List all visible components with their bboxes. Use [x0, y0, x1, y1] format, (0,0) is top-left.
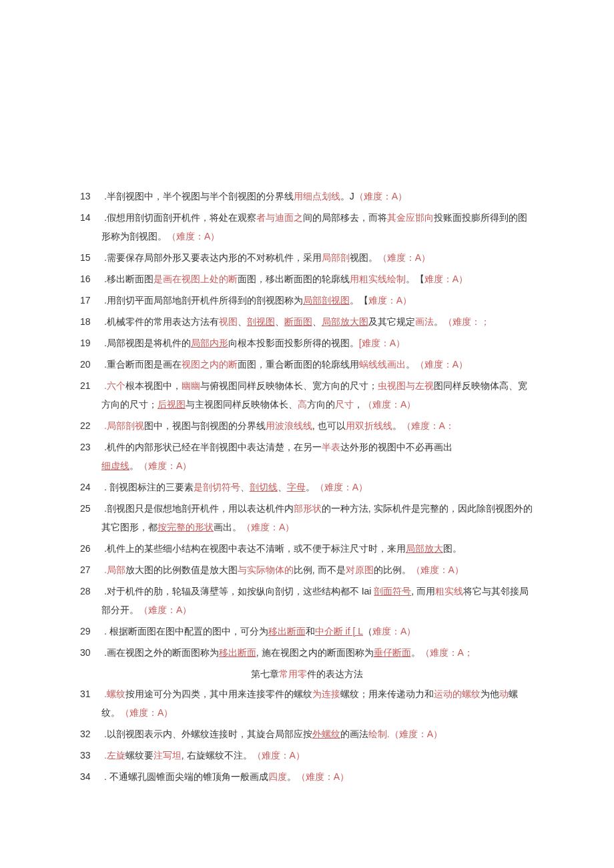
- text-segment: 面图，重: [238, 359, 275, 370]
- text-segment: 为连接: [312, 689, 340, 699]
- text-segment: 是剖切符号: [194, 482, 240, 492]
- question-item: 27 .局部放大图的比例数值是放大图与实际物体的比例, 而不是对原图的比例。（难…: [80, 560, 534, 579]
- question-item: 24 . 剖视图标注的三要素是剖切符号、剖切线、字母。（难度：A）: [80, 478, 534, 496]
- text-segment: 细虚线: [101, 460, 129, 471]
- text-segment: 为他: [481, 689, 499, 699]
- text-segment: 局部放大: [406, 543, 443, 554]
- document-page: 13 .半剖视图中，半个视图与半个剖视图的分界线用细点划线。J（难度：A）14 …: [0, 0, 614, 868]
- item-number: 29: [80, 622, 96, 640]
- text-segment: 虫视图与左视: [378, 380, 434, 391]
- text-segment: 蜗线线画出: [359, 359, 406, 370]
- text-segment: 尺寸: [335, 399, 354, 410]
- text-segment: ，: [354, 399, 363, 410]
- text-segment: .局部: [101, 564, 125, 575]
- question-item: 32 .以剖视图表示内、外螺纹连接时，其旋合局部应按外螺纹的画法绘制.（难度：A…: [80, 725, 534, 743]
- question-item: 13 .半剖视图中，半个视图与半个剖视图的分界线用细点划线。J（难度：A）: [80, 187, 534, 205]
- text-segment: 比例, 而不是: [294, 564, 346, 575]
- text-segment: 、: [275, 316, 284, 327]
- question-item: 16 .移出断面图是画在视图上处的断面图，移出断面图的轮廓线用粗实线绘制。【难度…: [80, 270, 534, 288]
- text-segment: （难度：A）: [411, 564, 464, 575]
- text-segment: , 而用: [411, 586, 435, 596]
- item-number: 26: [80, 539, 96, 558]
- text-segment: 剖视图: [247, 316, 275, 327]
- text-segment: 、: [312, 316, 322, 327]
- item-number: 13: [80, 187, 96, 205]
- text-segment: （难度：A）: [120, 707, 173, 718]
- text-segment: 件的表达方法: [307, 669, 363, 679]
- item-number: 14: [80, 208, 96, 227]
- text-segment: 向根本投影面投影所得的视图。: [228, 338, 359, 348]
- text-segment: 粗实线: [435, 586, 463, 596]
- item-number: 15: [80, 248, 96, 267]
- text-segment: 图。: [443, 543, 462, 554]
- text-segment: .局部剖视: [101, 420, 144, 431]
- text-segment: 。: [434, 316, 443, 327]
- text-segment: .局部视图是将机件的: [101, 338, 191, 348]
- text-segment: 移出断面: [268, 626, 306, 636]
- text-segment: .机件上的某些细小结构在视图中表达不清晰，或不便于标注尺寸时，来用: [101, 543, 406, 554]
- text-segment: 。: [306, 482, 315, 492]
- text-segment: 外螺纹: [312, 729, 340, 739]
- text-segment: 。【: [350, 295, 368, 306]
- text-segment: （难度：A）: [296, 771, 349, 782]
- question-item: 28 .对于机件的肋，轮辐及薄壁等，如按纵向剖切，这些结构都不 Iai 剖面符号…: [80, 582, 534, 619]
- question-item: 29 . 根据断面图在图中配置的图中，可分为移出断面和中介断 if [ L（难度…: [80, 622, 534, 640]
- item-number: 16: [80, 270, 96, 288]
- text-segment: 剖面符号: [374, 586, 411, 596]
- text-segment: （难度：A）: [363, 399, 416, 410]
- question-item: 15 .需要保存局部外形又要表达内形的不对称机件，采用局部剖视图。（难度：A）: [80, 248, 534, 267]
- text-segment: 视图之内的断: [182, 359, 238, 370]
- question-item: 17 .用剖切平面局部地剖开机件所得到的剖视图称为局部剖视图。【难度：A）: [80, 291, 534, 310]
- chapter-heading: 第七章常用零件的表达方法: [80, 665, 534, 683]
- text-segment: .对于机件的肋，轮辐及薄壁等，如按纵向剖切，这些结构都不 Iai: [101, 586, 374, 596]
- text-segment: 字母: [287, 482, 306, 492]
- text-segment: 与俯视图同样反映物体长、宽方向的尺寸；: [200, 380, 378, 391]
- text-segment: 剖切线: [250, 482, 278, 492]
- text-segment: 半表: [322, 442, 340, 452]
- text-segment: 。: [406, 359, 415, 370]
- text-segment: .剖视图只是假想地剖开机件，用以表达机件内: [101, 503, 294, 514]
- text-segment: （难度：A）: [354, 191, 407, 201]
- text-segment: .假想用剖切面剖开机件，将处在观察: [101, 212, 256, 223]
- question-item: 20 .重合断而图是画在视图之内的断面图，重合断面图的轮廓线用蜗线线画出。（难度…: [80, 355, 534, 374]
- text-segment: 者与迪面之: [256, 212, 303, 223]
- text-segment: （难度：；: [443, 316, 490, 327]
- text-segment: 、: [240, 482, 250, 492]
- text-segment: 运动的螺纹: [434, 689, 481, 699]
- text-segment: 面图，移出断面图的轮廓线: [238, 274, 350, 284]
- text-segment: 。【: [406, 274, 424, 284]
- question-item: 34 . 不通螺孔圆锥面尖端的锥顶角一般画成四度。（难度：A）: [80, 767, 534, 786]
- question-item: 25 .剖视图只是假想地剖开机件，用以表达机件内部形状的一种方法, 实际机件是完…: [80, 499, 534, 536]
- text-segment: 用双折线线: [346, 420, 392, 431]
- item-number: 27: [80, 560, 96, 579]
- text-segment: 断面图: [284, 316, 312, 327]
- text-segment: 四度: [268, 771, 287, 782]
- text-segment: 局部放大图: [322, 316, 368, 327]
- text-segment: 动: [499, 689, 509, 699]
- question-item: 22 .局部剖视图中，视图与剖视图的分界线用波浪线线, 也可以用双折线线。（难度…: [80, 416, 534, 435]
- text-segment: .用剖切平面局部地剖开机件所得到的剖视图称为: [101, 295, 303, 306]
- text-segment: 用粗实线绘制: [350, 274, 406, 284]
- text-segment: 根本视图中，: [125, 380, 182, 391]
- text-segment: 局部内形: [191, 338, 228, 348]
- text-segment: .六个: [101, 380, 125, 391]
- text-segment: 后视图: [158, 399, 186, 410]
- text-segment: 、: [278, 482, 287, 492]
- text-segment: . 不通螺孔圆锥面尖端的锥顶角一般画成: [101, 771, 268, 782]
- text-segment: 视图: [219, 316, 238, 327]
- text-segment: 常用零: [279, 669, 307, 679]
- text-segment: 对原图: [346, 564, 374, 575]
- text-segment: 难度：A）: [424, 274, 468, 284]
- text-segment: 、: [238, 316, 247, 327]
- text-segment: . 根据断面图在图中配置的图中，可分为: [101, 626, 268, 636]
- item-number: 31: [80, 685, 96, 703]
- item-number: 25: [80, 499, 96, 518]
- text-segment: 图中，视图与剖视图的分界线: [144, 420, 266, 431]
- item-number: 28: [80, 582, 96, 600]
- text-segment: 局部剖视图: [303, 295, 350, 306]
- item-number: 18: [80, 312, 96, 331]
- text-segment: （难度：A）: [252, 750, 305, 761]
- text-segment: 放大图的比例数值是放大图: [125, 564, 238, 575]
- text-segment: 画出。: [214, 522, 242, 532]
- question-list-1: 13 .半剖视图中，半个视图与半个剖视图的分界线用细点划线。J（难度：A）14 …: [80, 187, 534, 662]
